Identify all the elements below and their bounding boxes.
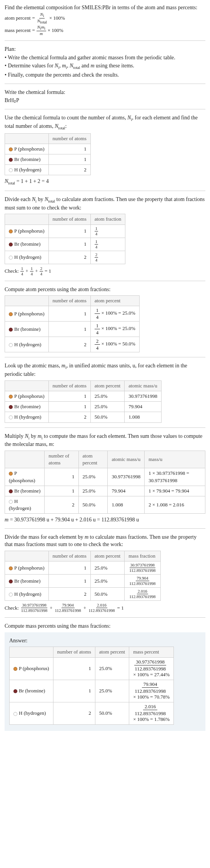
plan-title: Plan: — [5, 45, 205, 53]
mass-percents-section: Compute mass percents using the mass fra… — [5, 622, 205, 731]
atom-fractions-table: number of atomsatom fraction P (phosphor… — [5, 214, 125, 264]
element-swatch — [9, 158, 13, 162]
element-swatch — [9, 580, 13, 583]
table-row: Br (bromine)125.0%79.904112.893761998 — [5, 575, 161, 588]
mass-fractions-text: Divide the mass for each element by m to… — [5, 533, 205, 548]
chem-formula-value: BrH₂P — [5, 97, 205, 104]
element-swatch — [9, 168, 13, 172]
table-row: H (hydrogen)224 — [5, 251, 125, 264]
answer-box: Answer: number of atomsatom percentmass … — [5, 632, 205, 731]
table-row: H (hydrogen)2 — [5, 165, 91, 175]
intro-section: Find the elemental composition for SMILE… — [5, 4, 205, 36]
divider — [5, 528, 205, 529]
plan-bullet-3: • Finally, compute the percents and chec… — [5, 71, 205, 79]
table-row: P (phosphorus)114 × 100% = 25.0% — [5, 306, 140, 322]
atom-fractions-check: Check: 14 + 14 + 24 = 1 — [5, 266, 205, 276]
fraction: Ni Ntotal — [37, 12, 48, 24]
table-row: Br (bromine)125.0%79.904 — [5, 402, 162, 412]
element-cell: Br (bromine) — [5, 238, 49, 251]
intro-text: Find the elemental composition for SMILE… — [5, 4, 205, 12]
element-swatch — [9, 566, 13, 570]
plan-bullet-1: • Write the chemical formula and gather … — [5, 54, 205, 62]
element-cell: H (hydrogen) — [5, 412, 49, 422]
element-swatch — [9, 489, 13, 493]
molecular-mass-table: number of atomsatom percentatomic mass/u… — [5, 451, 205, 514]
table-row: H (hydrogen)250.0%1.008 — [5, 412, 162, 422]
element-swatch — [9, 472, 13, 476]
divider — [5, 191, 205, 191]
fraction: Nimi m — [37, 25, 46, 36]
element-cell: P (phosphorus) — [5, 144, 49, 154]
divider — [5, 84, 205, 84]
table-row: P (phosphorus)125.0%30.973761998112.8937… — [10, 657, 174, 680]
table-row: Br (bromine)125.0%79.9041 × 79.904 = 79.… — [5, 486, 205, 496]
element-swatch — [9, 395, 13, 399]
m-total-eq: m = 30.973761998 u + 79.904 u + 2.016 u … — [5, 516, 205, 524]
mass-percents-text: Compute mass percents using the mass fra… — [5, 622, 205, 630]
element-swatch — [9, 593, 13, 597]
plan-section: Plan: • Write the chemical formula and g… — [5, 45, 205, 79]
element-swatch — [9, 405, 13, 409]
count-atoms-section: Use the chemical formula to count the nu… — [5, 114, 205, 186]
element-cell: Br (bromine) — [5, 402, 49, 412]
divider — [5, 281, 205, 281]
table-row: H (hydrogen)250.0%1.0082 × 1.008 = 2.016 — [5, 496, 205, 513]
table-row: Br (bromine)1 — [5, 154, 91, 164]
table-row: Br (bromine)114 — [5, 238, 125, 251]
element-cell: H (hydrogen) — [5, 588, 49, 601]
element-cell: H (hydrogen) — [5, 165, 49, 175]
divider — [5, 40, 205, 41]
element-swatch — [9, 230, 13, 233]
atom-percents-table: number of atomsatom percent P (phosphoru… — [5, 295, 140, 352]
n-atoms: 1 — [48, 144, 90, 154]
atomic-mass-text: Look up the atomic mass, mi, in unified … — [5, 362, 205, 378]
n-atoms: 2 — [48, 165, 90, 175]
mass-percent-formula: mass percent = Nimi m × 100% — [5, 25, 205, 36]
element-cell: H (hydrogen) — [5, 337, 49, 352]
answer-label: Answer: — [9, 637, 201, 645]
element-cell: Br (bromine) — [5, 575, 49, 588]
element-cell: Br (bromine) — [10, 680, 53, 702]
element-swatch — [9, 328, 13, 332]
atomic-mass-section: Look up the atomic mass, mi, in unified … — [5, 362, 205, 422]
count-atoms-text: Use the chemical formula to count the nu… — [5, 114, 205, 131]
element-cell: P (phosphorus) — [5, 306, 49, 322]
atomic-mass-table: number of atomsatom percentatomic mass/u… — [5, 380, 162, 423]
element-cell: P (phosphorus) — [5, 391, 49, 402]
element-swatch — [9, 416, 13, 419]
element-swatch — [9, 312, 13, 316]
element-swatch — [9, 343, 13, 347]
table-row: P (phosphorus)1 — [5, 144, 91, 154]
plan-bullet-2: • Determine values for Ni, mi, Ntotal an… — [5, 62, 205, 70]
element-swatch — [9, 147, 13, 151]
element-swatch — [13, 712, 17, 716]
n-atoms: 1 — [48, 154, 90, 164]
element-swatch — [9, 500, 13, 504]
molecular-mass-section: Multiply Ni by mi to compute the mass fo… — [5, 432, 205, 524]
mass-fractions-check: Check: 30.973761998112.893761998 + 79.90… — [5, 603, 205, 613]
divider — [5, 109, 205, 109]
count-atoms-table: number of atoms P (phosphorus)1Br (bromi… — [5, 133, 91, 176]
element-cell: P (phosphorus) — [5, 225, 49, 238]
element-cell: Br (bromine) — [5, 322, 49, 337]
divider — [5, 427, 205, 428]
divider — [5, 617, 205, 618]
table-row: P (phosphorus)125.0%30.9737619981 × 30.9… — [5, 468, 205, 486]
element-cell: P (phosphorus) — [10, 657, 53, 680]
atom-fractions-section: Divide each Ni by Ntotal to calculate at… — [5, 196, 205, 276]
chem-formula-section: Write the chemical formula: BrH₂P — [5, 89, 205, 104]
element-swatch — [13, 689, 17, 693]
chem-formula-label: Write the chemical formula: — [5, 89, 205, 96]
element-cell: Br (bromine) — [5, 486, 45, 496]
element-cell: H (hydrogen) — [5, 251, 49, 264]
atom-percents-text: Compute atom percents using the atom fra… — [5, 286, 205, 293]
atom-fractions-text: Divide each Ni by Ntotal to calculate at… — [5, 196, 205, 211]
mass-percents-table: number of atomsatom percentmass percent … — [9, 647, 174, 725]
element-cell: H (hydrogen) — [5, 496, 45, 513]
table-row: H (hydrogen)250.0%2.016112.893761998× 10… — [10, 702, 174, 724]
table-row: P (phosphorus)114 — [5, 225, 125, 238]
mass-fractions-table: number of atomsatom percentmass fraction… — [5, 551, 161, 601]
mass-fractions-section: Divide the mass for each element by m to… — [5, 533, 205, 613]
table-row: Br (bromine)125.0%79.904112.893761998× 1… — [10, 680, 174, 702]
element-cell: P (phosphorus) — [5, 468, 45, 486]
